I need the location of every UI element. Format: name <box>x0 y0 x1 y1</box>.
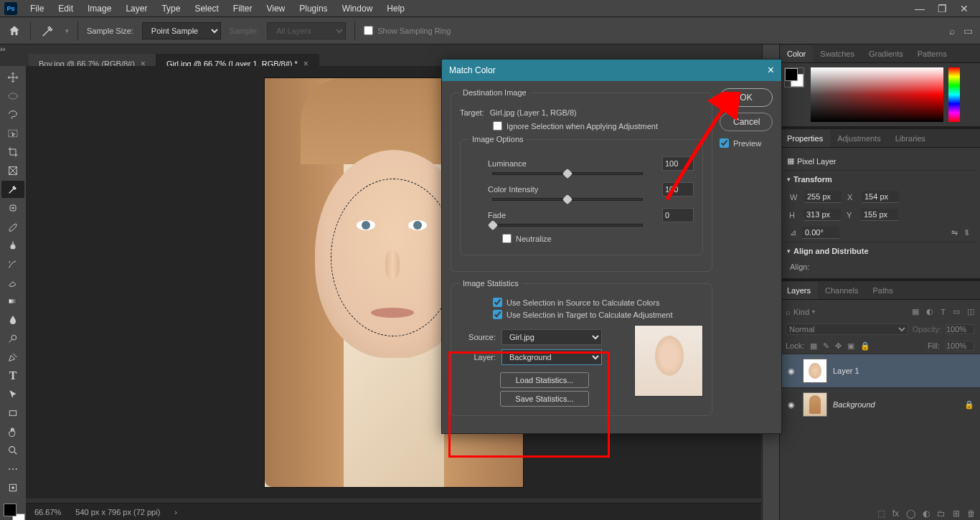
group-icon[interactable]: 🗀 <box>937 509 946 519</box>
lock-pixels-icon[interactable]: ▦ <box>810 341 817 351</box>
preview-toggle[interactable]: Preview <box>720 138 773 148</box>
dodge-tool-icon[interactable] <box>1 330 24 347</box>
menu-view[interactable]: View <box>259 1 292 16</box>
new-layer-icon[interactable]: ⊞ <box>953 509 960 519</box>
zoom-tool-icon[interactable] <box>1 442 24 459</box>
lock-paint-icon[interactable]: ✎ <box>823 341 829 351</box>
close-icon[interactable]: × <box>768 64 774 77</box>
neutralize-checkbox[interactable] <box>502 234 512 243</box>
dialog-titlebar[interactable]: Match Color × <box>442 60 781 81</box>
rectangle-tool-icon[interactable] <box>1 405 24 422</box>
layer-row-layer1[interactable]: ◉ Layer 1 <box>780 354 980 387</box>
tab-swatches[interactable]: Swatches <box>813 45 862 62</box>
preview-checkbox[interactable] <box>720 138 729 148</box>
lock-artboard-icon[interactable]: ▣ <box>847 341 854 351</box>
menu-plugins[interactable]: Plugins <box>292 1 334 16</box>
sample-size-select[interactable]: Point Sample <box>142 22 221 39</box>
fade-slider[interactable] <box>492 224 643 227</box>
save-statistics-button[interactable]: Save Statistics... <box>500 391 589 407</box>
move-tool-icon[interactable] <box>1 69 24 86</box>
mask-icon[interactable]: ◯ <box>906 509 915 519</box>
close-icon[interactable]: ✕ <box>960 3 969 14</box>
chevron-down-icon[interactable]: ▾ <box>787 176 791 183</box>
color-swatch-mini[interactable] <box>784 67 804 88</box>
filter-smart-icon[interactable]: ◫ <box>967 307 974 316</box>
x-input[interactable] <box>862 191 899 203</box>
tab-channels[interactable]: Channels <box>818 282 865 299</box>
color-swatches[interactable] <box>4 504 22 520</box>
chevron-right-icon[interactable]: › <box>174 508 177 516</box>
menu-file[interactable]: File <box>23 1 51 16</box>
adjustment-icon[interactable]: ◐ <box>923 509 930 519</box>
load-statistics-button[interactable]: Load Statistics... <box>500 372 589 388</box>
chevron-down-icon[interactable]: ▾ <box>787 247 791 255</box>
visibility-toggle-icon[interactable]: ◉ <box>786 367 797 376</box>
visibility-toggle-icon[interactable]: ◉ <box>786 400 797 410</box>
home-icon[interactable] <box>7 24 22 37</box>
menu-help[interactable]: Help <box>380 1 412 16</box>
pen-tool-icon[interactable] <box>1 349 24 366</box>
use-target-selection-checkbox[interactable] <box>493 310 502 319</box>
color-intensity-input[interactable] <box>662 182 694 197</box>
workspace-icon[interactable]: ▭ <box>963 25 973 37</box>
flip-h-icon[interactable]: ⇋ <box>951 228 958 237</box>
ok-button[interactable]: OK <box>720 88 773 107</box>
eraser-tool-icon[interactable] <box>1 274 24 291</box>
lasso-tool-icon[interactable] <box>1 106 24 123</box>
angle-input[interactable] <box>802 227 839 239</box>
lock-all-icon[interactable]: 🔒 <box>860 341 870 351</box>
fade-input[interactable] <box>662 208 694 222</box>
tab-layers[interactable]: Layers <box>780 282 818 299</box>
y-input[interactable] <box>861 209 898 221</box>
show-sampling-ring-check[interactable]: Show Sampling Ring <box>364 26 451 35</box>
toolbar-more-icon[interactable]: ⋯ <box>1 460 24 478</box>
menu-image[interactable]: Image <box>80 1 118 16</box>
healing-brush-tool-icon[interactable] <box>1 199 24 217</box>
hand-tool-icon[interactable] <box>1 423 24 440</box>
minimize-icon[interactable]: — <box>915 3 925 14</box>
layer-filter[interactable]: ⌕ Kind ▾ <box>786 308 905 316</box>
tab-libraries[interactable]: Libraries <box>888 130 933 147</box>
fx-icon[interactable]: fx <box>892 509 899 519</box>
layer-thumbnail[interactable] <box>803 392 827 417</box>
cancel-button[interactable]: Cancel <box>720 113 773 131</box>
clone-stamp-tool-icon[interactable] <box>1 237 24 254</box>
history-brush-tool-icon[interactable] <box>1 255 24 273</box>
ignore-selection-checkbox[interactable] <box>493 121 502 131</box>
hue-slider[interactable] <box>948 67 960 122</box>
menu-type[interactable]: Type <box>154 1 187 16</box>
eyedropper-tool-icon[interactable] <box>39 23 57 39</box>
layer-name[interactable]: Layer 1 <box>833 367 859 375</box>
filter-pixel-icon[interactable]: ▦ <box>912 307 919 316</box>
zoom-level[interactable]: 66.67% <box>34 508 61 516</box>
layer-thumbnail[interactable] <box>803 359 827 383</box>
lock-position-icon[interactable]: ✥ <box>835 341 842 351</box>
source-select[interactable]: Girl.jpg <box>501 329 602 345</box>
edit-toolbar-icon[interactable] <box>1 479 24 496</box>
eyedropper-tool-icon[interactable] <box>1 181 24 198</box>
show-sampling-ring-checkbox[interactable] <box>364 26 373 35</box>
tab-patterns[interactable]: Patterns <box>910 45 954 62</box>
tab-paths[interactable]: Paths <box>866 282 900 299</box>
height-input[interactable] <box>804 209 841 221</box>
gradient-tool-icon[interactable] <box>1 293 24 310</box>
crop-tool-icon[interactable] <box>1 143 24 161</box>
layer-name[interactable]: Background <box>833 400 875 409</box>
tab-gradients[interactable]: Gradients <box>862 45 910 62</box>
menu-layer[interactable]: Layer <box>118 1 154 16</box>
color-intensity-slider[interactable] <box>492 198 643 201</box>
brush-tool-icon[interactable] <box>1 218 24 235</box>
tab-adjustments[interactable]: Adjustments <box>830 130 888 147</box>
fill-input[interactable] <box>946 341 974 351</box>
delete-icon[interactable]: 🗑 <box>967 509 976 519</box>
type-tool-icon[interactable]: T <box>1 367 24 384</box>
tab-properties[interactable]: Properties <box>780 130 830 147</box>
filter-adjust-icon[interactable]: ◐ <box>926 307 933 316</box>
use-source-selection-checkbox[interactable] <box>493 298 502 307</box>
tab-color[interactable]: Color <box>780 45 813 62</box>
flip-v-icon[interactable]: ⥮ <box>963 228 970 237</box>
filter-shape-icon[interactable]: ▭ <box>953 307 960 316</box>
frame-tool-icon[interactable] <box>1 162 24 179</box>
layer-select[interactable]: Background <box>501 349 602 365</box>
restore-icon[interactable]: ❐ <box>938 3 947 14</box>
